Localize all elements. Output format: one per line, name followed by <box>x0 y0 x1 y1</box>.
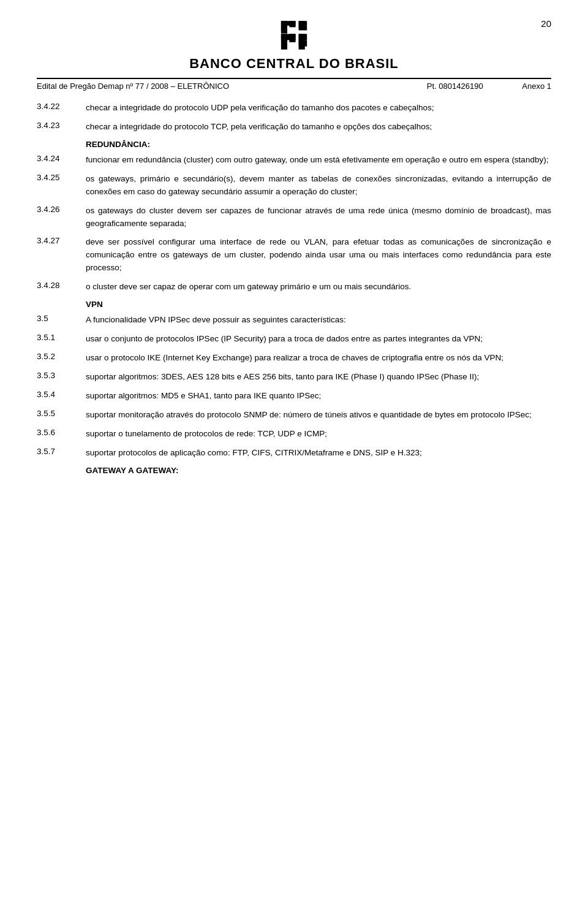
edital-label: Edital de Pregão Demap nº 77 / 2008 – EL… <box>37 82 229 91</box>
section-text-3426: os gateways do cluster devem ser capazes… <box>86 205 551 230</box>
section-3422: 3.4.22 checar a integridade do protocolo… <box>37 102 551 115</box>
section-num-352: 3.5.2 <box>37 352 86 361</box>
section-num-351: 3.5.1 <box>37 333 86 342</box>
svg-rect-6 <box>289 21 295 27</box>
section-35: 3.5 A funcionalidade VPN IPSec deve poss… <box>37 314 551 327</box>
svg-rect-2 <box>289 34 295 42</box>
section-num-3422: 3.4.22 <box>37 102 86 111</box>
section-num-3423: 3.4.23 <box>37 121 86 130</box>
section-351: 3.5.1 usar o conjunto de protocolos IPSe… <box>37 333 551 346</box>
section-text-352: usar o protocolo IKE (Internet Key Excha… <box>86 352 551 365</box>
logo-area <box>276 18 312 53</box>
section-text-3425: os gateways, primário e secundário(s), d… <box>86 173 551 199</box>
section-354: 3.5.4 suportar algoritmos: MD5 e SHA1, t… <box>37 390 551 403</box>
section-3427: 3.4.27 deve ser possível configurar uma … <box>37 236 551 275</box>
page: BANCO CENTRAL DO BRASIL 20 Edital de Pre… <box>0 0 588 904</box>
section-text-355: suportar monitoração através do protocol… <box>86 409 551 422</box>
brand-title: BANCO CENTRAL DO BRASIL <box>189 56 399 72</box>
section-num-3428: 3.4.28 <box>37 281 86 290</box>
content-area: 3.4.22 checar a integridade do protocolo… <box>37 102 551 475</box>
section-num-3426: 3.4.26 <box>37 205 86 214</box>
section-text-3424: funcionar em redundância (cluster) com o… <box>86 154 551 167</box>
section-text-353: suportar algoritmos: 3DES, AES 128 bits … <box>86 371 551 384</box>
section-357: 3.5.7 suportar protocolos de aplicação c… <box>37 447 551 460</box>
section-num-356: 3.5.6 <box>37 428 86 437</box>
section-num-3425: 3.4.25 <box>37 173 86 182</box>
section-num-357: 3.5.7 <box>37 447 86 456</box>
section-3425: 3.4.25 os gateways, primário e secundári… <box>37 173 551 199</box>
section-num-354: 3.5.4 <box>37 390 86 399</box>
bcb-logo-icon <box>276 18 312 52</box>
section-text-354: suportar algoritmos: MD5 e SHA1, tanto p… <box>86 390 551 403</box>
section-text-357: suportar protocolos de aplicação como: F… <box>86 447 551 460</box>
section-text-3428: o cluster deve ser capaz de operar com u… <box>86 281 551 294</box>
page-number: 20 <box>541 18 551 29</box>
svg-rect-11 <box>299 21 307 26</box>
section-text-351: usar o conjunto de protocolos IPSec (IP … <box>86 333 551 346</box>
section-355: 3.5.5 suportar monitoração através do pr… <box>37 409 551 422</box>
anexo-label: Anexo 1 <box>522 82 551 91</box>
header-subtitle-right: Pt. 0801426190 Anexo 1 <box>427 82 551 91</box>
section-3428: 3.4.28 o cluster deve ser capaz de opera… <box>37 281 551 294</box>
svg-rect-5 <box>281 21 287 31</box>
pt-label: Pt. 0801426190 <box>427 82 483 91</box>
gateway-label: GATEWAY A GATEWAY: <box>86 466 551 475</box>
section-353: 3.5.3 suportar algoritmos: 3DES, AES 128… <box>37 371 551 384</box>
section-num-3424: 3.4.24 <box>37 154 86 163</box>
section-356: 3.5.6 suportar o tunelamento de protocol… <box>37 428 551 441</box>
section-num-355: 3.5.5 <box>37 409 86 418</box>
section-text-35: A funcionalidade VPN IPSec deve possuir … <box>86 314 551 327</box>
header-meta: Edital de Pregão Demap nº 77 / 2008 – EL… <box>37 82 551 91</box>
section-num-3427: 3.4.27 <box>37 236 86 245</box>
header-divider <box>37 78 551 79</box>
section-3426: 3.4.26 os gateways do cluster devem ser … <box>37 205 551 230</box>
svg-rect-12 <box>299 26 307 31</box>
redundancia-label: REDUNDÂNCIA: <box>86 140 551 149</box>
header-subtitle-left: Edital de Pregão Demap nº 77 / 2008 – EL… <box>37 82 229 91</box>
vpn-label: VPN <box>86 300 551 309</box>
section-text-356: suportar o tunelamento de protocolos de … <box>86 428 551 441</box>
page-header: BANCO CENTRAL DO BRASIL 20 Edital de Pre… <box>37 18 551 96</box>
svg-rect-8 <box>299 34 307 40</box>
section-352: 3.5.2 usar o protocolo IKE (Internet Key… <box>37 352 551 365</box>
section-3423: 3.4.23 checar a integridade do protocolo… <box>37 121 551 134</box>
section-text-3427: deve ser possível configurar uma interfa… <box>86 236 551 275</box>
section-num-353: 3.5.3 <box>37 371 86 380</box>
svg-rect-9 <box>299 40 307 47</box>
section-num-35: 3.5 <box>37 314 86 323</box>
section-text-3423: checar a integridade do protocolo TCP, p… <box>86 121 551 134</box>
section-3424: 3.4.24 funcionar em redundância (cluster… <box>37 154 551 167</box>
section-text-3422: checar a integridade do protocolo UDP pe… <box>86 102 551 115</box>
